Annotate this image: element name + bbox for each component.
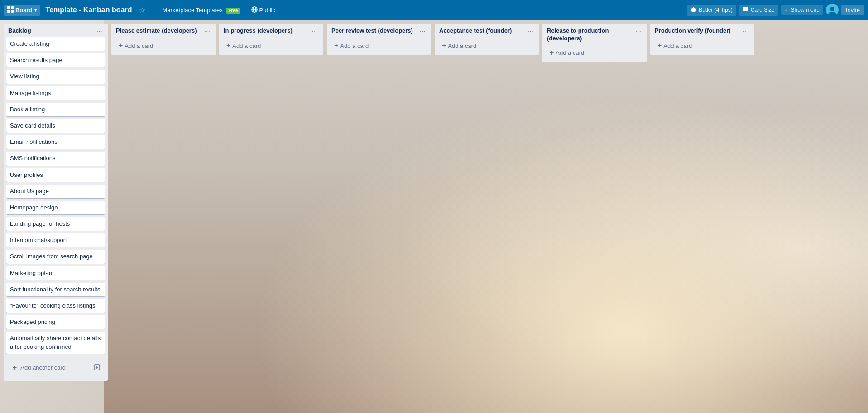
column-footer-acceptance-test: + Add a card (435, 37, 539, 55)
card-backlog-11[interactable]: Landing page for hosts (6, 217, 105, 231)
column-header-peer-review: Peer review test (developers)··· (327, 24, 431, 37)
plus-icon: + (657, 42, 662, 50)
card-backlog-14[interactable]: Marketing opt-in (6, 266, 105, 280)
column-title-in-progress: In progress (developers) (224, 27, 311, 35)
board-button[interactable]: Board ▾ (4, 5, 40, 16)
svg-rect-12 (743, 7, 748, 9)
column-title-please-estimate: Please estimate (developers) (116, 27, 203, 35)
plus-icon: + (13, 364, 17, 372)
butler-label: Butler (4 Tips) (699, 7, 733, 13)
avatar[interactable] (826, 4, 839, 16)
marketplace-label: Marketplace Templates (162, 7, 222, 14)
card-backlog-17[interactable]: Packaged pricing (6, 315, 105, 329)
free-badge: Free (226, 8, 240, 14)
butler-button[interactable]: Butler (4 Tips) (687, 5, 736, 16)
svg-point-15 (830, 7, 834, 11)
svg-rect-0 (7, 6, 10, 9)
column-menu-button-please-estimate[interactable]: ··· (203, 27, 211, 35)
card-size-button[interactable]: Card Size (739, 5, 778, 16)
column-menu-button-backlog[interactable]: ··· (96, 27, 103, 35)
card-size-label: Card Size (751, 7, 775, 13)
column-title-backlog: Backlog (8, 27, 96, 35)
column-title-acceptance-test: Acceptance test (founder) (439, 27, 527, 35)
card-backlog-2[interactable]: View listing (6, 70, 105, 83)
header-right: Butler (4 Tips) Card Size ··· Show menu (687, 4, 864, 16)
svg-rect-13 (743, 9, 748, 11)
plus-icon: + (226, 42, 230, 50)
card-backlog-0[interactable]: Create a listing (6, 37, 105, 51)
column-menu-button-peer-review[interactable]: ··· (419, 27, 427, 35)
public-label: Public (259, 7, 275, 14)
compose-card-button[interactable] (91, 362, 102, 375)
column-menu-button-production-verify[interactable]: ··· (742, 27, 750, 35)
column-body-backlog: Create a listingSearch results pageView … (4, 37, 108, 356)
column-footer-release-production: + Add a card (542, 44, 647, 62)
column-footer-in-progress: + Add a card (219, 37, 323, 55)
board-icon (7, 6, 14, 14)
star-button[interactable]: ☆ (137, 5, 147, 15)
show-menu-label: Show menu (791, 7, 820, 13)
header-divider (153, 5, 153, 14)
column-header-backlog: Backlog··· (4, 24, 108, 37)
board-area: Backlog···Create a listingSearch results… (0, 20, 868, 413)
public-button[interactable]: Public (248, 5, 279, 16)
board-title: Template - Kanban board (46, 6, 132, 14)
card-backlog-18[interactable]: Automatically share contact details afte… (6, 332, 105, 353)
column-header-please-estimate: Please estimate (developers)··· (111, 24, 216, 37)
column-release-production: Release to production (developers)···+ A… (542, 24, 647, 62)
menu-icon: ··· (785, 7, 789, 13)
column-title-release-production: Release to production (developers) (547, 27, 634, 43)
column-footer-peer-review: + Add a card (327, 37, 431, 55)
svg-rect-10 (692, 10, 695, 11)
card-backlog-8[interactable]: User profiles (6, 168, 105, 182)
card-backlog-1[interactable]: Search results page (6, 53, 105, 67)
robot-icon (691, 6, 697, 14)
svg-rect-7 (691, 8, 696, 12)
card-backlog-12[interactable]: Intercom chat/support (6, 233, 105, 247)
add-card-link-peer-review[interactable]: + Add a card (331, 40, 427, 52)
card-backlog-9[interactable]: About Us page (6, 185, 105, 198)
column-menu-button-release-production[interactable]: ··· (634, 27, 642, 35)
add-card-link-release-production[interactable]: + Add a card (547, 47, 642, 59)
column-peer-review: Peer review test (developers)···+ Add a … (327, 24, 431, 55)
card-backlog-4[interactable]: Book a listing (6, 103, 105, 116)
plus-icon: + (442, 42, 446, 50)
add-card-link-acceptance-test[interactable]: + Add a card (439, 40, 534, 52)
column-header-production-verify: Production verify (founder)··· (650, 24, 754, 37)
column-footer-backlog: +Add another card (4, 356, 108, 381)
add-card-link-in-progress[interactable]: + Add a card (224, 40, 319, 52)
column-title-peer-review: Peer review test (developers) (331, 27, 419, 35)
chevron-down-icon: ▾ (34, 8, 37, 13)
column-header-in-progress: In progress (developers)··· (219, 24, 323, 37)
header: Board ▾ Template - Kanban board ☆ Market… (0, 0, 868, 20)
card-backlog-10[interactable]: Homepage design (6, 201, 105, 214)
column-header-acceptance-test: Acceptance test (founder)··· (435, 24, 539, 37)
svg-rect-11 (693, 7, 694, 8)
show-menu-button[interactable]: ··· Show menu (781, 5, 823, 15)
plus-icon: + (334, 42, 338, 50)
invite-label: Invite (846, 7, 860, 14)
invite-button[interactable]: Invite (841, 5, 864, 15)
svg-rect-8 (692, 9, 693, 10)
plus-icon: + (119, 42, 123, 50)
card-backlog-16[interactable]: "Favourite" cooking class listings (6, 299, 105, 313)
card-backlog-7[interactable]: SMS notifications (6, 152, 105, 165)
column-in-progress: In progress (developers)···+ Add a card (219, 24, 323, 55)
add-card-link-production-verify[interactable]: + Add a card (655, 40, 750, 52)
add-another-card-button[interactable]: +Add another card (9, 361, 91, 375)
column-menu-button-in-progress[interactable]: ··· (311, 27, 319, 35)
column-title-production-verify: Production verify (founder) (655, 27, 742, 35)
column-please-estimate: Please estimate (developers)···+ Add a c… (111, 24, 216, 55)
svg-rect-3 (11, 10, 14, 13)
column-backlog: Backlog···Create a listingSearch results… (4, 24, 108, 381)
svg-rect-9 (694, 9, 695, 10)
column-footer-production-verify: + Add a card (650, 37, 754, 55)
card-backlog-13[interactable]: Scroll images from search page (6, 250, 105, 263)
add-card-link-please-estimate[interactable]: + Add a card (116, 40, 211, 52)
column-menu-button-acceptance-test[interactable]: ··· (527, 27, 534, 35)
marketplace-button[interactable]: Marketplace Templates Free (158, 5, 244, 15)
card-backlog-3[interactable]: Manage listings (6, 86, 105, 100)
card-backlog-15[interactable]: Sort functionality for search results (6, 283, 105, 296)
card-backlog-6[interactable]: Email notifications (6, 135, 105, 149)
card-backlog-5[interactable]: Save card details (6, 119, 105, 133)
